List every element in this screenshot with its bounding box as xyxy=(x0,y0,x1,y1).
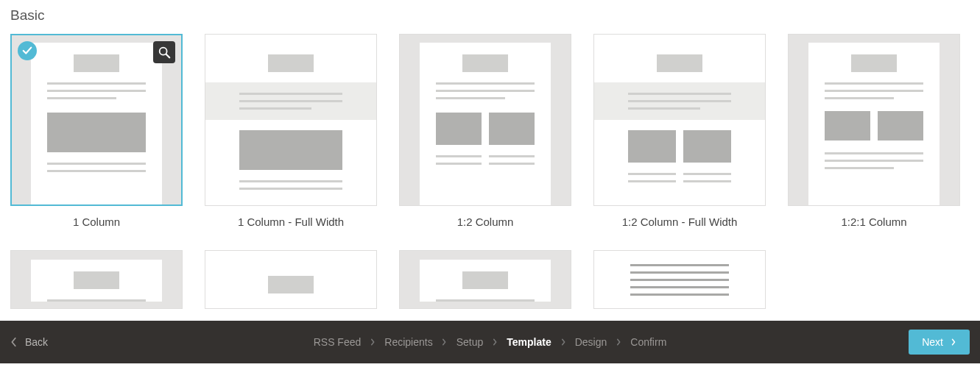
placeholder-line xyxy=(628,107,700,110)
search-icon xyxy=(158,46,171,59)
placeholder-image xyxy=(436,113,482,145)
chevron-right-icon xyxy=(616,338,621,346)
placeholder-line xyxy=(683,180,731,182)
placeholder-line xyxy=(825,90,923,92)
template-card-1-2-column[interactable] xyxy=(399,34,571,206)
placeholder-line xyxy=(239,188,342,190)
chevron-right-icon xyxy=(951,338,956,346)
placeholder-line xyxy=(436,299,535,302)
breadcrumb-step-setup[interactable]: Setup xyxy=(456,336,484,348)
placeholder-line xyxy=(825,82,923,85)
placeholder-line xyxy=(630,279,729,281)
template-label: 1 Column - Full Width xyxy=(238,216,344,228)
placeholder-line xyxy=(436,97,505,99)
template-card-partial[interactable] xyxy=(399,250,571,309)
placeholder-line xyxy=(47,82,146,85)
template-card-1-2-1-column[interactable] xyxy=(788,34,960,206)
breadcrumb-step-design[interactable]: Design xyxy=(575,336,607,348)
placeholder-line xyxy=(630,286,729,288)
placeholder-line xyxy=(47,97,116,99)
placeholder-block xyxy=(74,271,119,289)
placeholder-line xyxy=(630,271,729,274)
chevron-right-icon xyxy=(442,338,448,346)
placeholder-image xyxy=(47,113,146,152)
placeholder-line xyxy=(47,299,146,302)
placeholder-line xyxy=(630,264,729,266)
placeholder-line xyxy=(436,82,535,85)
template-grid: 1 Column xyxy=(10,34,970,309)
template-label: 1:2 Column - Full Width xyxy=(622,216,738,228)
template-label: 1:2:1 Column xyxy=(841,216,906,228)
placeholder-line xyxy=(239,107,311,110)
preview-button[interactable] xyxy=(153,41,175,63)
placeholder-line xyxy=(825,97,894,99)
template-card-1-column-full-width[interactable] xyxy=(205,34,377,206)
breadcrumb-step-confirm[interactable]: Confirm xyxy=(630,336,666,348)
placeholder-block xyxy=(74,54,119,72)
placeholder-line xyxy=(825,167,894,169)
breadcrumb: RSS Feed Recipients Setup Template Desig… xyxy=(314,336,667,348)
placeholder-line xyxy=(628,180,676,182)
template-card-partial[interactable] xyxy=(593,250,766,309)
placeholder-image xyxy=(628,130,676,163)
placeholder-block xyxy=(462,54,508,72)
placeholder-block xyxy=(851,54,897,72)
placeholder-image xyxy=(825,111,870,140)
breadcrumb-step-template[interactable]: Template xyxy=(507,336,551,348)
back-label: Back xyxy=(25,336,48,348)
placeholder-image xyxy=(878,111,923,140)
placeholder-line xyxy=(436,90,535,92)
placeholder-image xyxy=(489,113,535,145)
placeholder-line xyxy=(47,163,146,165)
chevron-right-icon xyxy=(370,338,376,346)
chevron-left-icon xyxy=(10,337,18,347)
placeholder-line xyxy=(825,160,923,162)
placeholder-line xyxy=(47,170,146,172)
next-label: Next xyxy=(922,336,943,348)
wizard-footer: Back RSS Feed Recipients Setup Template … xyxy=(0,321,980,363)
placeholder-block xyxy=(268,54,314,72)
placeholder-block xyxy=(462,271,508,289)
svg-line-1 xyxy=(166,54,170,58)
breadcrumb-step-recipients[interactable]: Recipients xyxy=(384,336,432,348)
chevron-right-icon xyxy=(492,338,498,346)
template-card-1-2-column-full-width[interactable] xyxy=(593,34,766,206)
template-label: 1 Column xyxy=(73,216,120,228)
placeholder-line xyxy=(489,163,535,165)
section-title: Basic xyxy=(10,7,970,24)
template-label: 1:2 Column xyxy=(457,216,514,228)
template-card-partial[interactable] xyxy=(205,250,377,309)
placeholder-block xyxy=(268,276,314,293)
placeholder-image xyxy=(683,130,731,163)
template-card-partial[interactable] xyxy=(10,250,183,309)
placeholder-block xyxy=(657,54,702,72)
placeholder-line xyxy=(825,152,923,154)
chevron-right-icon xyxy=(560,338,566,346)
placeholder-line xyxy=(47,90,146,92)
next-button[interactable]: Next xyxy=(909,330,970,355)
placeholder-image xyxy=(239,130,342,170)
check-icon xyxy=(18,41,37,60)
back-button[interactable]: Back xyxy=(10,336,48,348)
placeholder-line xyxy=(436,163,482,165)
placeholder-line xyxy=(630,293,729,296)
breadcrumb-step-rss-feed[interactable]: RSS Feed xyxy=(314,336,362,348)
template-card-1-column[interactable] xyxy=(10,34,183,206)
